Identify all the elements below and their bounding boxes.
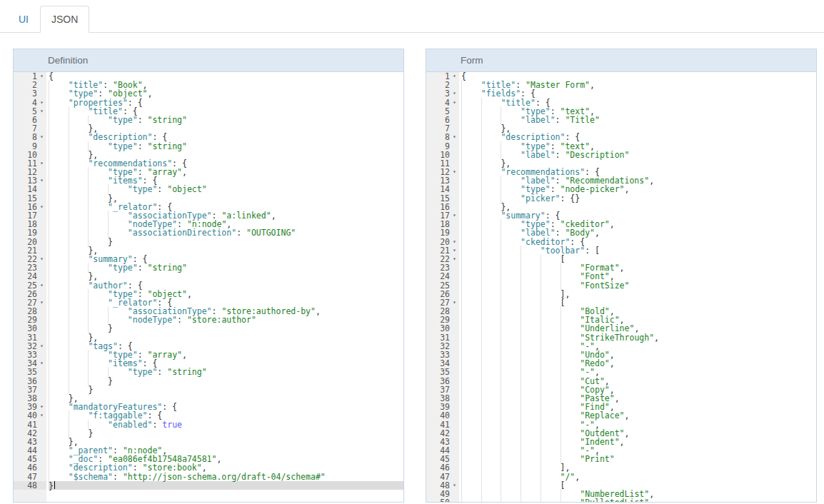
fold-spacer [450,498,459,502]
code-line[interactable]: "type": "string" [49,368,403,376]
fold-arrow-icon[interactable]: ▾ [37,342,46,351]
fold-arrow-icon[interactable]: ▾ [450,481,459,490]
line-number-text: 35 [426,368,450,376]
code-line[interactable]: "Replace", [461,411,816,420]
line-number-text: 24 [14,272,37,281]
code-line[interactable]: "type": "string" [49,142,403,151]
fold-spacer [450,403,459,411]
line-number-text: 30 [14,324,37,333]
fold-spacer [450,203,459,211]
fold-arrow-icon[interactable]: ▾ [37,133,46,141]
code-line[interactable]: "-", [461,368,816,376]
code-line[interactable]: "StrikeThrough", [461,333,816,342]
code-line[interactable]: ], [461,463,816,472]
line-number: 9 [14,142,46,151]
code-line[interactable]: } [49,238,403,246]
code-line[interactable]: "title": { [461,99,816,107]
fold-arrow-icon[interactable]: ▾ [37,403,46,411]
fold-arrow-icon[interactable]: ▾ [37,72,46,81]
tab-json[interactable]: JSON [40,6,89,33]
line-number[interactable]: 40▾ [14,411,46,420]
gutter: 1▾234▾5▾678▾91011▾1213▾141516▾1718192021… [14,72,46,502]
code-line[interactable]: "type": "string" [49,116,403,124]
line-number[interactable]: 20▾ [426,238,459,246]
fold-arrow-icon[interactable]: ▾ [450,298,459,307]
fold-arrow-icon[interactable]: ▾ [450,211,459,220]
line-number[interactable]: 3▾ [426,89,459,98]
fold-arrow-icon[interactable]: ▾ [37,255,46,263]
line-number-text: 50 [426,498,450,502]
line-number[interactable]: 8▾ [426,133,459,141]
fold-spacer [450,368,459,376]
code-line[interactable]: "type": "string" [49,263,403,272]
code-line[interactable]: }, [49,194,403,203]
code-line[interactable]: "Cut", [461,377,816,385]
code-line[interactable]: } [49,429,403,438]
fold-arrow-icon[interactable]: ▾ [450,89,459,98]
fold-arrow-icon[interactable]: ▾ [450,72,459,81]
line-number[interactable]: 4▾ [426,99,459,107]
line-number-text: 40 [14,411,37,420]
code-line[interactable]: "/", [461,473,816,481]
fold-arrow-icon[interactable]: ▾ [450,99,459,107]
fold-arrow-icon[interactable]: ▾ [37,281,46,290]
fold-spacer [37,246,46,255]
fold-spacer [450,316,459,324]
code-line[interactable]: } [49,481,403,490]
fold-spacer [37,290,46,298]
line-number[interactable]: 5▾ [14,107,46,116]
code-line[interactable]: "type": "object" [49,185,403,193]
code-line[interactable]: "type": "node-picker", [461,185,816,193]
fold-spacer [450,185,459,193]
line-number[interactable]: 1▾ [14,72,46,81]
code-line[interactable]: "description": { [49,133,403,141]
code-line[interactable]: "label": "Body", [461,228,816,237]
code-line[interactable]: "type": "text", [461,142,816,151]
code-line[interactable]: "picker": {} [461,194,816,203]
fold-spacer [37,185,46,193]
code-line[interactable]: "associationDirection": "OUTGOING" [49,228,403,237]
fold-spacer [450,176,459,185]
fold-arrow-icon[interactable]: ▾ [450,168,459,176]
code-line[interactable]: "description": { [461,133,816,141]
line-number[interactable]: 25▾ [14,281,46,290]
code-line[interactable]: "enabled": true [49,420,403,429]
code-line[interactable]: "author": { [49,281,403,290]
code-line[interactable]: } [49,324,403,333]
line-number[interactable]: 1▾ [426,72,459,81]
code-line[interactable]: } [49,385,403,394]
code-line[interactable]: "label": "Title" [461,116,816,124]
code-line[interactable]: "Font", [461,272,816,281]
code-line[interactable]: "FontSize" [461,281,816,290]
fold-arrow-icon[interactable]: ▾ [37,107,46,116]
fold-arrow-icon[interactable]: ▾ [450,246,459,255]
code-line[interactable]: "label": "Description" [461,151,816,159]
fold-arrow-icon[interactable]: ▾ [450,133,459,141]
code-line[interactable]: "BulletedList", [461,498,816,502]
line-number[interactable]: 4▾ [14,99,46,107]
code-line[interactable]: } [49,377,403,385]
line-number-text: 35 [14,368,37,376]
line-number: 6 [426,116,459,124]
fold-arrow-icon[interactable]: ▾ [37,176,46,185]
fold-arrow-icon[interactable]: ▾ [37,298,46,307]
fold-arrow-icon[interactable]: ▾ [450,255,459,263]
fold-spacer [450,342,459,351]
code-line[interactable]: "$schema": "http://json-schema.org/draft… [49,473,403,481]
fold-arrow-icon[interactable]: ▾ [37,411,46,420]
line-number[interactable]: 8▾ [14,133,46,141]
line-number-text: 25 [14,281,37,290]
code-line[interactable]: "-", [461,420,816,429]
fold-arrow-icon[interactable]: ▾ [37,359,46,368]
fold-arrow-icon[interactable]: ▾ [37,99,46,107]
tab-ui[interactable]: UI [7,6,40,33]
fold-spacer [450,394,459,403]
line-number: 31 [426,333,459,342]
fold-arrow-icon[interactable]: ▾ [450,238,459,246]
fold-arrow-icon[interactable]: ▾ [37,203,46,211]
form-json-editor[interactable]: 1▾23▾4▾5678▾9101112▾1314151617▾181920▾21… [426,72,816,502]
code-line[interactable]: "f:taggable": { [49,411,403,420]
code-line[interactable]: "ckeditor": { [461,238,816,246]
fold-arrow-icon[interactable]: ▾ [37,159,46,168]
definition-json-editor[interactable]: 1▾234▾5▾678▾91011▾1213▾141516▾1718192021… [14,72,403,502]
